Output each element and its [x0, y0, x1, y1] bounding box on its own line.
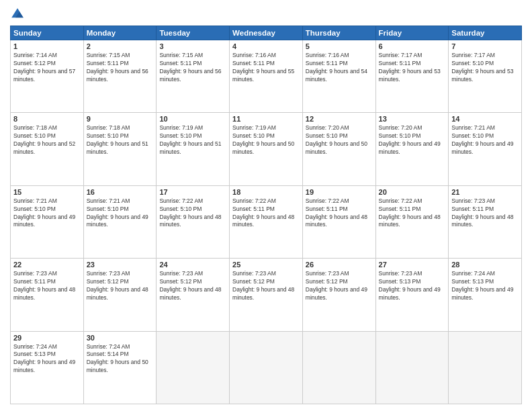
day-number: 12 [306, 115, 373, 123]
table-row: 3Sunrise: 7:15 AMSunset: 5:11 PMDaylight… [157, 40, 230, 113]
sunrise: Sunrise: 7:18 AM [13, 124, 57, 131]
table-row: 11Sunrise: 7:19 AMSunset: 5:10 PMDayligh… [230, 113, 303, 185]
day-info: Sunrise: 7:23 AMSunset: 5:12 PMDaylight:… [306, 270, 373, 302]
table-row: 26Sunrise: 7:23 AMSunset: 5:12 PMDayligh… [302, 259, 375, 331]
daylight: Daylight: 9 hours and 49 minutes. [13, 359, 75, 373]
day-info: Sunrise: 7:19 AMSunset: 5:10 PMDaylight:… [232, 124, 300, 156]
daylight: Daylight: 9 hours and 48 minutes. [159, 286, 221, 301]
day-number: 29 [13, 334, 81, 342]
sunset: Sunset: 5:10 PM [13, 205, 56, 212]
table-row: 9Sunrise: 7:18 AMSunset: 5:10 PMDaylight… [83, 113, 157, 185]
day-number: 24 [159, 261, 226, 269]
table-row: 25Sunrise: 7:23 AMSunset: 5:12 PMDayligh… [230, 259, 303, 331]
calendar-week-5: 29Sunrise: 7:24 AMSunset: 5:13 PMDayligh… [11, 331, 522, 404]
sunset: Sunset: 5:10 PM [87, 132, 129, 139]
daylight: Daylight: 9 hours and 49 minutes. [379, 286, 441, 301]
daylight: Daylight: 9 hours and 48 minutes. [306, 214, 367, 228]
daylight: Daylight: 9 hours and 50 minutes. [306, 140, 367, 155]
table-row: 8Sunrise: 7:18 AMSunset: 5:10 PMDaylight… [11, 113, 84, 185]
day-info: Sunrise: 7:23 AMSunset: 5:12 PMDaylight:… [87, 270, 154, 302]
day-number: 16 [87, 188, 154, 196]
day-info: Sunrise: 7:20 AMSunset: 5:10 PMDaylight:… [379, 124, 446, 156]
day-info: Sunrise: 7:22 AMSunset: 5:11 PMDaylight:… [379, 197, 446, 230]
table-row: 29Sunrise: 7:24 AMSunset: 5:13 PMDayligh… [11, 331, 84, 404]
daylight: Daylight: 9 hours and 48 minutes. [451, 214, 513, 228]
table-row: 4Sunrise: 7:16 AMSunset: 5:11 PMDaylight… [230, 40, 303, 113]
sunrise: Sunrise: 7:19 AM [232, 124, 276, 131]
day-info: Sunrise: 7:22 AMSunset: 5:10 PMDaylight:… [159, 197, 226, 230]
daylight: Daylight: 9 hours and 48 minutes. [232, 214, 294, 228]
day-info: Sunrise: 7:23 AMSunset: 5:12 PMDaylight:… [232, 270, 300, 302]
daylight: Daylight: 9 hours and 50 minutes. [87, 359, 148, 373]
day-number: 20 [379, 188, 446, 196]
sunset: Sunset: 5:10 PM [13, 132, 56, 139]
daylight: Daylight: 9 hours and 52 minutes. [13, 140, 75, 155]
table-row: 21Sunrise: 7:23 AMSunset: 5:11 PMDayligh… [449, 185, 522, 258]
calendar-week-4: 22Sunrise: 7:23 AMSunset: 5:11 PMDayligh… [11, 259, 522, 331]
table-row [230, 331, 303, 404]
sunset: Sunset: 5:10 PM [451, 60, 494, 66]
day-number: 9 [87, 115, 154, 123]
sunset: Sunset: 5:12 PM [13, 60, 56, 66]
table-row: 17Sunrise: 7:22 AMSunset: 5:10 PMDayligh… [157, 185, 230, 258]
col-sunday: Sunday [11, 26, 84, 40]
sunrise: Sunrise: 7:15 AM [87, 52, 130, 58]
sunset: Sunset: 5:12 PM [159, 278, 202, 285]
sunset: Sunset: 5:11 PM [232, 60, 275, 66]
daylight: Daylight: 9 hours and 57 minutes. [13, 68, 75, 83]
daylight: Daylight: 9 hours and 48 minutes. [13, 286, 75, 301]
day-info: Sunrise: 7:16 AMSunset: 5:11 PMDaylight:… [306, 52, 373, 84]
sunrise: Sunrise: 7:14 AM [13, 52, 57, 58]
calendar-table: Sunday Monday Tuesday Wednesday Thursday… [10, 26, 522, 404]
sunset: Sunset: 5:11 PM [379, 60, 421, 66]
sunset: Sunset: 5:12 PM [87, 278, 129, 285]
table-row: 19Sunrise: 7:22 AMSunset: 5:11 PMDayligh… [302, 185, 375, 258]
day-number: 11 [232, 115, 300, 123]
sunset: Sunset: 5:13 PM [451, 278, 494, 285]
table-row: 10Sunrise: 7:19 AMSunset: 5:10 PMDayligh… [157, 113, 230, 185]
table-row: 7Sunrise: 7:17 AMSunset: 5:10 PMDaylight… [449, 40, 522, 113]
day-info: Sunrise: 7:23 AMSunset: 5:13 PMDaylight:… [379, 270, 446, 302]
day-number: 10 [159, 115, 226, 123]
col-tuesday: Tuesday [157, 26, 230, 40]
daylight: Daylight: 9 hours and 53 minutes. [379, 68, 441, 83]
day-number: 18 [232, 188, 300, 196]
day-info: Sunrise: 7:18 AMSunset: 5:10 PMDaylight:… [13, 124, 81, 156]
sunrise: Sunrise: 7:24 AM [87, 343, 130, 350]
sunrise: Sunrise: 7:19 AM [159, 124, 203, 131]
day-number: 2 [87, 42, 154, 50]
day-info: Sunrise: 7:24 AMSunset: 5:13 PMDaylight:… [451, 270, 519, 302]
day-number: 23 [87, 261, 154, 269]
day-info: Sunrise: 7:24 AMSunset: 5:13 PMDaylight:… [13, 343, 81, 375]
sunrise: Sunrise: 7:24 AM [451, 270, 495, 277]
day-info: Sunrise: 7:19 AMSunset: 5:10 PMDaylight:… [159, 124, 226, 156]
sunset: Sunset: 5:13 PM [379, 278, 421, 285]
table-row: 30Sunrise: 7:24 AMSunset: 5:14 PMDayligh… [83, 331, 157, 404]
sunrise: Sunrise: 7:22 AM [159, 197, 203, 204]
sunrise: Sunrise: 7:16 AM [306, 52, 349, 58]
day-number: 17 [159, 188, 226, 196]
day-number: 25 [232, 261, 300, 269]
sunrise: Sunrise: 7:23 AM [379, 270, 423, 277]
sunrise: Sunrise: 7:20 AM [379, 124, 423, 131]
sunrise: Sunrise: 7:22 AM [379, 197, 423, 204]
day-number: 14 [451, 115, 519, 123]
day-number: 1 [13, 42, 81, 50]
table-row: 15Sunrise: 7:21 AMSunset: 5:10 PMDayligh… [11, 185, 84, 258]
day-info: Sunrise: 7:17 AMSunset: 5:11 PMDaylight:… [379, 52, 446, 84]
sunset: Sunset: 5:12 PM [306, 278, 348, 285]
daylight: Daylight: 9 hours and 54 minutes. [306, 68, 367, 83]
day-number: 7 [451, 42, 519, 50]
day-info: Sunrise: 7:22 AMSunset: 5:11 PMDaylight:… [306, 197, 373, 230]
day-info: Sunrise: 7:23 AMSunset: 5:11 PMDaylight:… [451, 197, 519, 230]
sunset: Sunset: 5:10 PM [379, 132, 421, 139]
day-info: Sunrise: 7:15 AMSunset: 5:11 PMDaylight:… [159, 52, 226, 84]
sunset: Sunset: 5:11 PM [13, 278, 56, 285]
sunrise: Sunrise: 7:23 AM [159, 270, 203, 277]
sunset: Sunset: 5:11 PM [451, 205, 494, 212]
sunset: Sunset: 5:10 PM [159, 132, 202, 139]
sunrise: Sunrise: 7:15 AM [159, 52, 203, 58]
daylight: Daylight: 9 hours and 51 minutes. [87, 140, 148, 155]
day-info: Sunrise: 7:18 AMSunset: 5:10 PMDaylight:… [87, 124, 154, 156]
daylight: Daylight: 9 hours and 51 minutes. [159, 140, 221, 155]
